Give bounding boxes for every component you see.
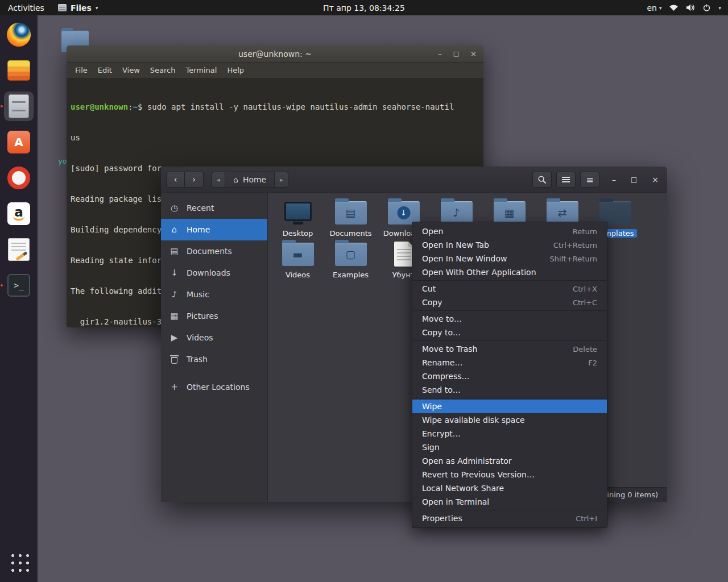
videos-icon: ▶	[169, 332, 179, 343]
menu-item-send-to[interactable]: Send to…	[412, 383, 607, 397]
path-forward-icon: ▸	[280, 176, 283, 184]
menu-item-local-network-share[interactable]: Local Network Share	[412, 481, 607, 495]
back-button[interactable]: ‹	[166, 172, 185, 188]
activities-button[interactable]: Activities	[0, 0, 52, 15]
sidebar-item-home[interactable]: ⌂ Home	[161, 219, 267, 240]
terminal-menu-search[interactable]: Search	[145, 66, 181, 74]
dock-software-stack-icon[interactable]	[4, 56, 34, 85]
status-bar: ining 0 items)	[597, 487, 667, 502]
status-text: ining 0 items)	[607, 490, 658, 499]
chevron-down-icon[interactable]: ▾	[718, 5, 721, 11]
terminal-minimize-icon[interactable]: –	[438, 49, 442, 58]
terminal-menu-file[interactable]: File	[70, 66, 93, 74]
desktop: yo user@unknown: ~ – □ × File Edit View …	[0, 0, 728, 582]
menu-item-open-in-new-window[interactable]: Open In New WindowShift+Return	[412, 252, 607, 265]
terminal-titlebar[interactable]: user@unknown: ~ – □ ×	[67, 45, 483, 63]
dock-firefox-icon[interactable]	[4, 20, 34, 49]
sidebar-item-documents[interactable]: ▤ Documents	[161, 240, 267, 262]
path-scroll-back-button[interactable]: ◂	[212, 172, 225, 188]
menu-item-open-with-other-application[interactable]: Open With Other Application	[412, 265, 607, 279]
menu-item-encrypt[interactable]: Encrypt…	[412, 427, 607, 440]
recent-icon: ◷	[169, 203, 179, 213]
terminal-menu-view[interactable]: View	[117, 66, 145, 74]
sidebar-item-recent[interactable]: ◷ Recent	[161, 197, 267, 219]
wifi-icon[interactable]	[669, 4, 679, 11]
terminal-close-icon[interactable]: ×	[470, 49, 477, 58]
terminal-maximize-icon[interactable]: □	[453, 50, 459, 57]
menu-item-open-as-administrator[interactable]: Open as Administrator	[412, 454, 607, 468]
menu-item-open[interactable]: OpenReturn	[412, 225, 607, 238]
menu-item-open-in-new-tab[interactable]: Open In New TabCtrl+Return	[412, 238, 607, 252]
sidebar-label: Documents	[187, 247, 232, 256]
menu-separator	[413, 398, 606, 398]
dock-terminal-icon[interactable]: >_	[4, 271, 34, 300]
path-scroll-forward-button[interactable]: ▸	[275, 172, 288, 188]
sidebar-label: Recent	[187, 203, 214, 213]
power-icon[interactable]	[702, 3, 711, 12]
hamburger-menu-icon: ≡	[586, 174, 593, 185]
keyboard-layout-button[interactable]: en ▾	[647, 3, 661, 13]
terminal-menu-help[interactable]: Help	[222, 66, 249, 74]
files-maximize-icon[interactable]: □	[631, 176, 637, 184]
grid-item-videos[interactable]: ▬ Videos	[271, 240, 324, 282]
folder-icon: ▬	[282, 243, 314, 266]
sidebar-item-pictures[interactable]: ▦ Pictures	[161, 305, 267, 327]
menu-item-wipe[interactable]: Wipe	[412, 400, 607, 413]
trash-icon	[169, 355, 179, 364]
dock-help-icon[interactable]	[4, 163, 34, 193]
grid-item-examples[interactable]: ▢ Examples	[324, 240, 377, 282]
examples-emblem-icon: ▢	[335, 243, 367, 266]
dock-show-applications-icon[interactable]	[4, 547, 34, 576]
terminal-menu-terminal[interactable]: Terminal	[180, 66, 222, 74]
forward-button[interactable]: ›	[185, 172, 204, 188]
sidebar-item-videos[interactable]: ▶ Videos	[161, 327, 267, 348]
menu-item-copy[interactable]: CopyCtrl+C	[412, 296, 607, 309]
forward-icon: ›	[192, 174, 196, 185]
menu-item-move-to[interactable]: Move to…	[412, 312, 607, 326]
menu-item-cut[interactable]: CutCtrl+X	[412, 282, 607, 296]
menu-item-wipe-available-disk-space[interactable]: Wipe available disk space	[412, 413, 607, 427]
file-label: Examples	[333, 271, 369, 279]
files-headerbar[interactable]: ‹ › ◂ ⌂ Home ▸ ≡ – □	[161, 167, 667, 193]
keyboard-layout-label: en	[647, 3, 657, 13]
view-toggle-button[interactable]	[556, 172, 576, 188]
menu-item-move-to-trash[interactable]: Move to TrashDelete	[412, 342, 607, 356]
dock-text-editor-icon[interactable]	[4, 235, 34, 264]
menu-item-copy-to[interactable]: Copy to…	[412, 326, 607, 339]
grid-item-documents[interactable]: ▤ Documents	[324, 199, 377, 240]
sidebar-item-downloads[interactable]: ↓ Downloads	[161, 262, 267, 284]
menu-item-sign[interactable]: Sign	[412, 440, 607, 454]
sidebar-item-music[interactable]: ♪ Music	[161, 284, 267, 305]
terminal-prompt-line: user@unknown:~$ sudo apt install -y naut…	[71, 102, 479, 112]
volume-icon[interactable]	[686, 4, 695, 11]
window-menu-button[interactable]: ≡	[580, 172, 599, 188]
software-stack-icon	[7, 60, 30, 81]
dock-ubuntu-software-icon[interactable]: A	[4, 127, 34, 157]
menu-item-rename[interactable]: Rename…F2	[412, 356, 607, 369]
terminal-menu-edit[interactable]: Edit	[93, 66, 117, 74]
menu-item-properties[interactable]: PropertiesCtrl+I	[412, 512, 607, 525]
files-close-icon[interactable]: ×	[652, 175, 659, 184]
menu-item-compress[interactable]: Compress…	[412, 369, 607, 383]
dock-files-icon[interactable]	[4, 92, 34, 121]
folder-icon: ▢	[335, 243, 367, 266]
menu-separator	[413, 310, 606, 311]
menu-separator	[413, 340, 606, 341]
grid-item-desktop[interactable]: Desktop	[271, 199, 324, 240]
sidebar-item-other-locations[interactable]: + Other Locations	[161, 376, 267, 398]
documents-emblem-icon: ▤	[335, 201, 367, 225]
sidebar-item-trash[interactable]: Trash	[161, 348, 267, 370]
running-indicator	[1, 105, 3, 107]
path-home-button[interactable]: ⌂ Home	[225, 172, 275, 188]
back-icon: ‹	[174, 174, 177, 185]
search-button[interactable]	[532, 172, 552, 188]
files-sidebar: ◷ Recent ⌂ Home ▤ Documents ↓ Downloads …	[161, 193, 268, 502]
clock[interactable]: Пт апр 13, 08:34:25	[323, 0, 405, 15]
files-minimize-icon[interactable]: –	[612, 175, 616, 184]
menu-item-revert-to-previous-version[interactable]: Revert to Previous Version…	[412, 468, 607, 481]
menu-item-open-in-terminal[interactable]: Open in Terminal	[412, 495, 607, 509]
sidebar-label: Videos	[187, 333, 213, 342]
terminal-menubar: File Edit View Search Terminal Help	[67, 63, 483, 78]
app-menu-button[interactable]: Files ▾	[52, 0, 104, 15]
dock-amazon-icon[interactable]: a	[4, 199, 34, 228]
